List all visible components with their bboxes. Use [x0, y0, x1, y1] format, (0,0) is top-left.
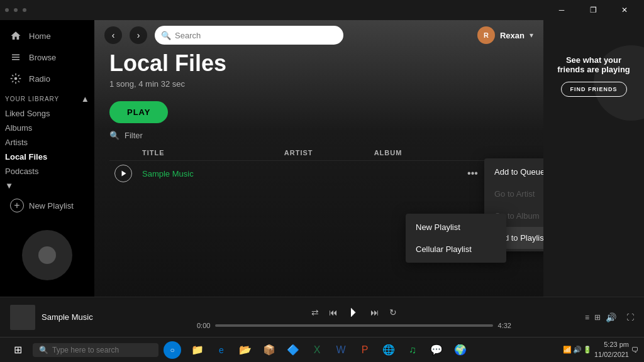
- title-bar: ─ ❐ ✕: [0, 0, 644, 20]
- lyrics-button[interactable]: ≡: [585, 313, 589, 322]
- shuffle-button[interactable]: ⇄: [311, 307, 319, 317]
- taskbar-right: 📶 🔊 🔋 5:23 pm 11/02/2021 🗨: [563, 340, 639, 359]
- taskbar-search-input[interactable]: [52, 346, 140, 354]
- browse-icon: [10, 52, 21, 63]
- search-input[interactable]: [155, 26, 343, 45]
- sidebar-item-podcasts[interactable]: Podcasts: [5, 164, 89, 178]
- cortana-button[interactable]: ○: [164, 341, 181, 359]
- taskbar-app-dropbox[interactable]: 📦: [258, 339, 280, 361]
- find-friends-button[interactable]: FIND FRIENDS: [561, 82, 627, 97]
- play-icon: [120, 170, 128, 177]
- filter-input[interactable]: [125, 131, 230, 140]
- sidebar: Home Browse Radio YOUR LIBRARY ▲ Liked S…: [0, 20, 94, 297]
- track-table: TITLE ARTIST ALBUM: [109, 145, 528, 186]
- sidebar-item-browse[interactable]: Browse: [0, 47, 94, 68]
- library-collapse-button[interactable]: ▲: [81, 94, 89, 104]
- chevron-down-icon: ▾: [530, 31, 533, 40]
- taskbar-app-ppt[interactable]: P: [353, 339, 376, 361]
- table-row[interactable]: Sample Music •••: [109, 161, 528, 187]
- fullscreen-button[interactable]: ⛶: [626, 313, 634, 322]
- album-art-inner: [38, 246, 56, 264]
- context-go-to-artist[interactable]: Go to Artist: [484, 183, 543, 205]
- taskbar-date-display: 11/02/2021: [594, 350, 629, 359]
- library-expand-button[interactable]: ▼: [5, 181, 13, 190]
- track-name: Sample Music: [142, 169, 194, 178]
- track-play-cell: [109, 161, 137, 187]
- svg-point-0: [14, 77, 18, 80]
- previous-button[interactable]: ⏮: [329, 307, 338, 317]
- taskbar-app-browser[interactable]: 🌍: [449, 339, 472, 361]
- taskbar-clock[interactable]: 5:23 pm 11/02/2021: [594, 340, 629, 359]
- now-playing-info: Sample Music: [10, 305, 123, 330]
- maximize-button[interactable]: ❐: [579, 0, 608, 20]
- taskbar-app-edge[interactable]: e: [210, 339, 233, 361]
- library-section: YOUR LIBRARY ▲ Liked Songs Albums Artist…: [0, 94, 94, 191]
- taskbar-app-chrome[interactable]: 🌐: [377, 339, 400, 361]
- taskbar-app-explorer[interactable]: 📁: [186, 339, 209, 361]
- sidebar-radio-label: Radio: [29, 74, 50, 84]
- context-add-to-playlist[interactable]: Add to Playlist ›: [484, 227, 543, 249]
- title-bar-controls: ─ ❐ ✕: [547, 0, 639, 20]
- sidebar-item-local-files[interactable]: Local Files: [5, 150, 89, 164]
- taskbar-app-word[interactable]: W: [330, 339, 352, 361]
- taskbar-app-app1[interactable]: 🔷: [282, 339, 304, 361]
- context-add-to-queue[interactable]: Add to Queue: [484, 161, 543, 183]
- play-button[interactable]: PLAY: [109, 101, 168, 123]
- taskbar-search-bar: 🔍: [33, 343, 158, 357]
- user-area[interactable]: R Rexan ▾: [477, 26, 533, 44]
- track-play-button[interactable]: [114, 165, 132, 182]
- sidebar-item-liked-songs[interactable]: Liked Songs: [5, 106, 89, 121]
- context-go-to-album[interactable]: Go to Album: [484, 205, 543, 227]
- taskbar-app-spotify[interactable]: ♫: [401, 339, 424, 361]
- sidebar-item-artists[interactable]: Artists: [5, 135, 89, 150]
- now-playing-text: Sample Music: [42, 312, 93, 322]
- friends-panel-title: See what your friends are playing: [553, 55, 634, 74]
- taskbar-system-icons: 📶 🔊 🔋: [563, 346, 592, 354]
- page-content: Local Files 1 song, 4 min 32 sec PLAY 🔍: [94, 50, 543, 201]
- taskbar-notification-icon[interactable]: 🗨: [631, 346, 639, 354]
- progress-bar-container: 0:00 4:32: [197, 322, 511, 329]
- queue-button[interactable]: ⊞: [594, 313, 601, 322]
- page-title: Local Files: [109, 50, 528, 77]
- sidebar-item-radio[interactable]: Radio: [0, 68, 94, 89]
- sidebar-item-albums[interactable]: Albums: [5, 121, 89, 135]
- sidebar-item-home[interactable]: Home: [0, 25, 94, 47]
- library-label: YOUR LIBRARY: [5, 96, 59, 102]
- repeat-button[interactable]: ↻: [389, 307, 397, 317]
- track-artist-cell: [279, 161, 369, 187]
- track-more-button[interactable]: •••: [462, 165, 483, 182]
- track-album-cell: [369, 161, 457, 187]
- forward-button[interactable]: ›: [130, 26, 147, 44]
- progress-time-current: 0:00: [197, 322, 210, 329]
- title-bar-dot-3: [23, 8, 26, 12]
- track-name-cell: Sample Music: [137, 161, 279, 187]
- filter-bar: 🔍: [109, 123, 528, 145]
- taskbar: ⊞ 🔍 ○ 📁 e 📂 📦 🔷 X W P 🌐 ♫ 💬 🌍 📶 🔊 🔋: [0, 337, 644, 362]
- minimize-button[interactable]: ─: [547, 0, 576, 20]
- col-header-title: TITLE: [137, 145, 279, 161]
- volume-button[interactable]: 🔊: [606, 312, 616, 322]
- new-playlist-button[interactable]: + New Playlist: [0, 194, 94, 217]
- taskbar-app-excel[interactable]: X: [306, 339, 328, 361]
- progress-track[interactable]: [215, 324, 492, 327]
- page-subtitle: 1 song, 4 min 32 sec: [109, 79, 528, 89]
- sidebar-nav: Home Browse Radio: [0, 25, 94, 94]
- taskbar-app-discord[interactable]: 💬: [425, 339, 448, 361]
- taskbar-app-folder[interactable]: 📂: [234, 339, 257, 361]
- next-button[interactable]: ⏭: [370, 307, 379, 317]
- start-button[interactable]: ⊞: [5, 340, 30, 360]
- title-bar-left: [5, 8, 26, 12]
- taskbar-battery-icon: 🔋: [583, 346, 592, 354]
- progress-time-total: 4:32: [498, 322, 511, 329]
- now-playing-title: Sample Music: [42, 312, 93, 322]
- close-button[interactable]: ✕: [610, 0, 639, 20]
- home-icon: [10, 30, 21, 41]
- play-pause-button[interactable]: ⏵: [348, 305, 360, 319]
- now-playing-thumbnail: [10, 305, 35, 330]
- context-menu: Add to Queue Go to Artist Go to Album Ad…: [484, 158, 543, 251]
- content-header-bar: ‹ › 🔍 R Rexan ▾: [94, 20, 543, 50]
- col-header-album: ALBUM: [369, 145, 457, 161]
- svg-marker-1: [122, 171, 126, 177]
- back-button[interactable]: ‹: [104, 26, 122, 44]
- new-playlist-label: New Playlist: [29, 201, 74, 211]
